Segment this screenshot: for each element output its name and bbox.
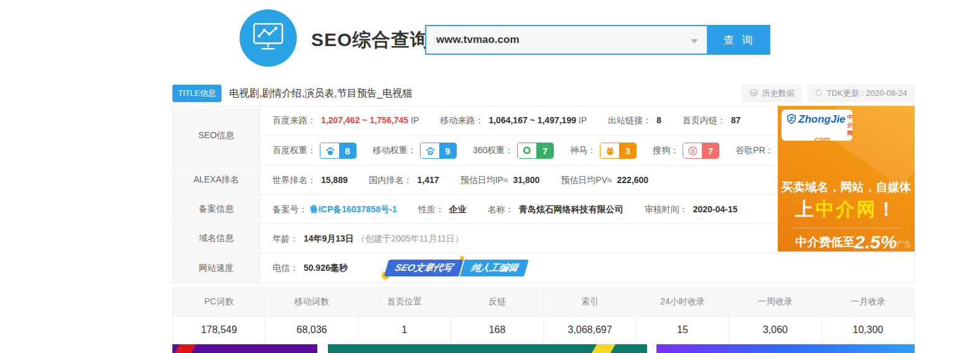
outbound-links: 出站链接： 8 bbox=[608, 115, 661, 126]
zhongjie-ad-banner[interactable]: ZhongJie 中介网 .com 买卖域名，网站，自媒体 上中介网！ 中介费低… bbox=[778, 106, 915, 252]
tdk-update-button[interactable]: TDK更新 : 2020-08-24 bbox=[807, 85, 915, 102]
mobile-traffic: 移动来路： 1,064,167 ~ 1,497,199 IP bbox=[441, 115, 587, 126]
tdk-update-label: TDK更新 : 2020-08-24 bbox=[827, 88, 907, 99]
360-logo-icon bbox=[518, 143, 536, 158]
sogou-logo-icon: S bbox=[683, 143, 702, 158]
partial-banner-3[interactable] bbox=[656, 344, 915, 353]
ad-divider bbox=[791, 228, 901, 228]
partial-banner-2[interactable] bbox=[328, 344, 647, 353]
ad-tag: 广告 bbox=[897, 239, 912, 250]
stats-header: 首页位置 bbox=[358, 288, 451, 316]
stats-value: 168 bbox=[451, 316, 544, 344]
baidu-traffic-value: 1,207,462 ~ 1,756,745 bbox=[321, 115, 409, 125]
domain-created-value: （创建于2005年11月11日） bbox=[357, 233, 464, 243]
stats-header: 24小时收录 bbox=[637, 288, 729, 316]
icp-number-link[interactable]: 鲁ICP备16037858号-1 bbox=[310, 204, 397, 214]
stats-value: 15 bbox=[637, 316, 729, 344]
shield-icon bbox=[786, 113, 796, 127]
row-label-domain: 域名信息 bbox=[173, 224, 260, 253]
daily-pv-value: 222,600 bbox=[617, 175, 649, 185]
app-logo bbox=[240, 9, 297, 67]
row-label-seo: SEO信息 bbox=[173, 106, 260, 165]
partial-banner-1[interactable] bbox=[172, 344, 317, 353]
shenma-weight-badge[interactable]: 3 bbox=[600, 143, 637, 159]
row-label-speed: 网站速度 bbox=[173, 253, 260, 283]
daily-ip-value: 31,800 bbox=[513, 175, 539, 185]
icp-nature-value: 企业 bbox=[449, 204, 467, 214]
shenma-logo-icon bbox=[600, 143, 619, 158]
360-weight: 360权重： 7 bbox=[473, 143, 554, 159]
ad-slogan-1: 买卖域名，网站，自媒体 bbox=[778, 179, 915, 195]
query-button[interactable]: 查 询 bbox=[708, 25, 770, 55]
site-title-text: 电视剧,剧情介绍,演员表,节目预告_电视猫 bbox=[229, 87, 412, 100]
seo-query-page: SEO综合查询 查 询 TITLE信息 电视剧,剧情介绍,演员表,节目预告_电视… bbox=[172, 0, 915, 353]
360-weight-badge[interactable]: 7 bbox=[517, 143, 554, 159]
svg-text:S: S bbox=[691, 148, 695, 154]
world-rank-value: 15,889 bbox=[321, 175, 348, 185]
sogou-weight: 搜狗： S 7 bbox=[653, 143, 719, 159]
speed-row: 电信： 50.926毫秒 SEO文章代写 纯人工编辑 bbox=[260, 253, 914, 283]
mobile-weight-badge[interactable]: M 9 bbox=[420, 143, 457, 159]
title-info-badge: TITLE信息 bbox=[172, 85, 222, 102]
shenma-weight: 神马： 3 bbox=[570, 143, 637, 159]
baidu-weight: 百度权重： 8 bbox=[273, 143, 357, 159]
promo-banner[interactable]: SEO文章代写 纯人工编辑 bbox=[386, 260, 527, 276]
row-label-icp: 备案信息 bbox=[173, 195, 260, 224]
domain-input-wrap bbox=[425, 25, 708, 55]
ad-fee-line: 中介费低至2.5% bbox=[778, 232, 915, 252]
mobile-traffic-value: 1,064,167 ~ 1,497,199 bbox=[488, 115, 576, 125]
telecom-speed-value: 50.926毫秒 bbox=[304, 263, 348, 273]
zhongjie-logo: ZhongJie 中介网 .com bbox=[782, 110, 852, 141]
stats-value: 68,036 bbox=[266, 316, 358, 344]
stats-value: 3,068,697 bbox=[544, 316, 637, 344]
svg-text:M: M bbox=[429, 151, 431, 154]
stats-value-row: 178,549 68,036 1 168 3,068,697 15 3,060 … bbox=[173, 316, 914, 344]
stats-header: PC词数 bbox=[173, 288, 266, 316]
layers-icon bbox=[749, 88, 758, 99]
section-speed: 网站速度 电信： 50.926毫秒 SEO文章代写 纯人工编辑 bbox=[173, 253, 914, 283]
homepage-inlinks: 首页内链： 87 bbox=[683, 115, 740, 126]
monitor-chart-icon bbox=[251, 22, 285, 54]
stats-header: 移动词数 bbox=[266, 288, 358, 316]
baidu-paw-icon bbox=[320, 143, 339, 158]
stats-header: 索引 bbox=[544, 288, 637, 316]
history-data-button[interactable]: 历史数据 bbox=[742, 85, 802, 102]
history-data-label: 历史数据 bbox=[762, 88, 795, 99]
search-bar: 查 询 bbox=[425, 25, 770, 55]
domain-age-value: 14年9月13日 bbox=[304, 233, 354, 243]
icp-audit-value: 2020-04-15 bbox=[693, 204, 738, 214]
stats-header: 反链 bbox=[451, 288, 544, 316]
baidu-paw-m-icon: M bbox=[421, 143, 439, 158]
baidu-traffic: 百度来路： 1,207,462 ~ 1,756,745 IP bbox=[273, 115, 419, 126]
ad-slogan-2: 上中介网！ bbox=[778, 197, 915, 222]
cn-rank-value: 1,417 bbox=[418, 175, 439, 185]
promo-badge-1[interactable]: SEO文章代写 bbox=[384, 260, 463, 276]
baidu-weight-badge[interactable]: 8 bbox=[320, 143, 357, 159]
promo-badge-2[interactable]: 纯人工编辑 bbox=[460, 260, 530, 276]
stats-value: 1 bbox=[358, 316, 451, 344]
refresh-icon bbox=[814, 88, 823, 99]
chevron-down-icon[interactable] bbox=[691, 39, 698, 44]
title-bar-actions: 历史数据 TDK更新 : 2020-08-24 bbox=[742, 85, 915, 102]
stats-value: 3,060 bbox=[729, 316, 822, 344]
stats-header-row: PC词数 移动词数 首页位置 反链 索引 24小时收录 一周收录 一月收录 bbox=[173, 288, 914, 316]
domain-input[interactable] bbox=[426, 26, 707, 54]
icp-company-value: 青岛炫石网络科技有限公司 bbox=[519, 204, 623, 214]
stats-header: 一月收录 bbox=[822, 288, 914, 316]
stats-header: 一周收录 bbox=[729, 288, 822, 316]
mobile-weight: 移动权重： M 9 bbox=[373, 143, 457, 159]
title-info-bar: TITLE信息 电视剧,剧情介绍,演员表,节目预告_电视猫 历史数据 bbox=[172, 85, 915, 102]
sogou-weight-badge[interactable]: S 7 bbox=[683, 143, 719, 159]
stats-value: 178,549 bbox=[173, 316, 266, 344]
page-title: SEO综合查询 bbox=[311, 27, 429, 53]
keyword-stats-table: PC词数 移动词数 首页位置 反链 索引 24小时收录 一周收录 一月收录 17… bbox=[172, 288, 915, 344]
row-label-alexa: ALEXA排名 bbox=[173, 166, 260, 194]
stats-value: 10,300 bbox=[822, 316, 914, 344]
